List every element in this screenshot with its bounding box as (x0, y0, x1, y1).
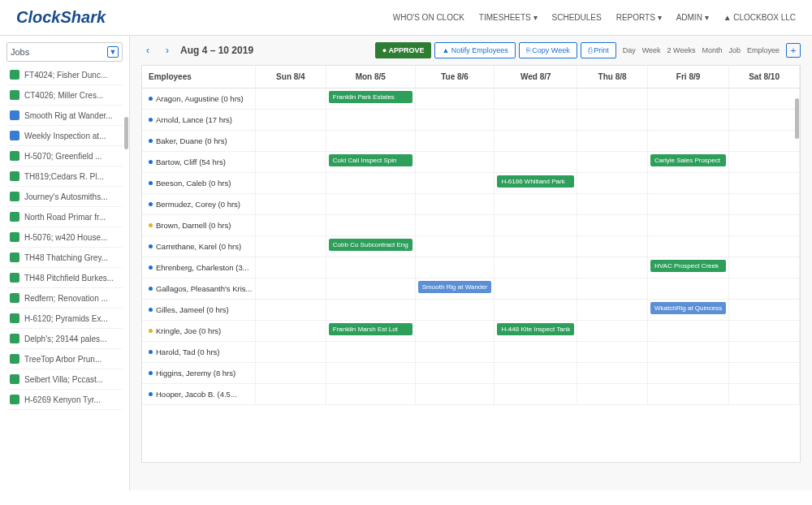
day-cell[interactable] (256, 88, 326, 110)
day-cell[interactable]: H-6186 Whitland Park (495, 173, 577, 194)
day-cell[interactable] (648, 342, 729, 363)
day-cell[interactable] (729, 173, 800, 194)
day-cell[interactable] (577, 236, 648, 257)
sidebar-item[interactable]: H-6269 Kenyon Tyr... (6, 390, 123, 410)
day-cell[interactable]: HVAC Prospect Creek (648, 257, 729, 278)
day-cell[interactable] (416, 88, 495, 110)
day-cell[interactable] (729, 88, 800, 110)
sidebar-item[interactable]: H-5076; w420 House... (6, 227, 123, 248)
day-cell[interactable] (256, 278, 326, 300)
day-cell[interactable] (495, 194, 577, 215)
employee-cell[interactable]: Gilles, Jameel (0 hrs) (142, 300, 256, 321)
day-cell[interactable] (729, 384, 800, 405)
day-cell[interactable] (577, 300, 648, 321)
day-cell[interactable] (256, 342, 326, 363)
day-cell[interactable] (495, 236, 577, 257)
employee-cell[interactable]: Kringle, Joe (0 hrs) (142, 321, 256, 342)
day-cell[interactable] (495, 215, 577, 236)
day-cell[interactable] (577, 257, 648, 278)
topnav-item[interactable]: ADMIN ▾ (676, 13, 709, 22)
employee-cell[interactable]: Brown, Darnell (0 hrs) (142, 215, 256, 236)
day-cell[interactable]: Cobb Co Subcontract Eng (326, 236, 416, 257)
view-link[interactable]: Week (642, 46, 661, 54)
day-cell[interactable] (577, 131, 648, 152)
next-week-button[interactable]: › (161, 43, 174, 58)
day-cell[interactable] (326, 215, 416, 236)
day-cell[interactable] (577, 384, 648, 405)
employee-cell[interactable]: Ehrenberg, Charleston (3... (142, 257, 256, 278)
employee-cell[interactable]: Higgins, Jeremy (8 hrs) (142, 363, 256, 384)
day-cell[interactable] (729, 300, 800, 321)
print-button[interactable]: ⎙ Print (581, 42, 616, 58)
sidebar-item[interactable]: TH48 Pitchfield Burkes... (6, 268, 123, 288)
day-cell[interactable] (495, 110, 577, 131)
view-link[interactable]: Employee (747, 46, 780, 54)
day-cell[interactable] (416, 173, 495, 194)
topnav-item[interactable]: ▲ CLOCKBOX LLC (723, 13, 796, 22)
day-cell[interactable] (577, 173, 648, 194)
day-cell[interactable]: Smooth Rig at Wander (416, 278, 495, 300)
day-cell[interactable] (326, 278, 416, 300)
day-cell[interactable]: Franklin Park Estates (326, 88, 416, 110)
day-cell[interactable] (577, 152, 648, 173)
employee-cell[interactable]: Arnold, Lance (17 hrs) (142, 110, 256, 131)
day-cell[interactable] (256, 131, 326, 152)
day-cell[interactable] (256, 215, 326, 236)
day-cell[interactable] (577, 321, 648, 342)
day-cell[interactable] (256, 321, 326, 342)
employee-cell[interactable]: Harold, Tad (0 hrs) (142, 342, 256, 363)
view-link[interactable]: 2 Weeks (667, 46, 696, 54)
filter-icon[interactable]: ▼ (107, 46, 119, 58)
sidebar-item[interactable]: FT4024; Fisher Dunc... (6, 65, 123, 85)
day-cell[interactable] (729, 131, 800, 152)
sidebar-item[interactable]: North Road Primar fr... (6, 207, 123, 227)
topnav-item[interactable]: REPORTS ▾ (616, 13, 662, 22)
day-cell[interactable] (648, 88, 729, 110)
sidebar-item[interactable]: Seibert Villa; Pccast... (6, 369, 123, 390)
day-cell[interactable] (326, 173, 416, 194)
day-cell[interactable] (256, 194, 326, 215)
day-cell[interactable] (416, 257, 495, 278)
day-cell[interactable] (648, 110, 729, 131)
day-cell[interactable] (416, 342, 495, 363)
day-cell[interactable] (326, 131, 416, 152)
day-cell[interactable] (577, 215, 648, 236)
day-cell[interactable] (256, 236, 326, 257)
schedule-event[interactable]: Franklin Park Estates (329, 91, 412, 103)
day-cell[interactable] (729, 236, 800, 257)
employee-cell[interactable]: Baker, Duane (0 hrs) (142, 131, 256, 152)
view-link[interactable]: Job (728, 46, 741, 54)
day-cell[interactable] (729, 257, 800, 278)
day-cell[interactable]: Cold Call Inspect Spin (326, 152, 416, 173)
day-cell[interactable] (416, 215, 495, 236)
schedule-event[interactable]: Smooth Rig at Wander (418, 281, 492, 293)
day-cell[interactable] (729, 342, 800, 363)
sidebar-item[interactable]: Delph's; 29144 pales... (6, 329, 123, 349)
employee-cell[interactable]: Aragon, Augustine (0 hrs) (142, 88, 256, 110)
day-cell[interactable] (326, 342, 416, 363)
sidebar-item[interactable]: Journey's Autosmiths... (6, 187, 123, 207)
day-cell[interactable] (495, 342, 577, 363)
day-cell[interactable] (648, 363, 729, 384)
topnav-item[interactable]: TIMESHEETS ▾ (479, 13, 538, 22)
day-cell[interactable] (648, 236, 729, 257)
day-cell[interactable] (729, 152, 800, 173)
day-cell[interactable] (495, 363, 577, 384)
day-cell[interactable] (577, 194, 648, 215)
sidebar-item[interactable]: Weekly Inspection at... (6, 126, 123, 146)
day-cell[interactable] (577, 88, 648, 110)
notify-employees-button[interactable]: ▲ Notify Employees (434, 42, 515, 58)
sidebar-item[interactable]: Redfern; Renovation ... (6, 288, 123, 309)
day-cell[interactable] (416, 300, 495, 321)
sidebar-item[interactable]: H-5070; Greenfield ... (6, 146, 123, 166)
add-button[interactable]: + (786, 43, 801, 58)
day-cell[interactable] (416, 131, 495, 152)
day-cell[interactable] (256, 173, 326, 194)
day-cell[interactable] (495, 384, 577, 405)
day-cell[interactable] (326, 384, 416, 405)
day-cell[interactable] (648, 173, 729, 194)
day-cell[interactable] (416, 321, 495, 342)
day-cell[interactable] (326, 257, 416, 278)
day-cell[interactable]: WkatchRig at Quincess (648, 300, 729, 321)
sidebar-item[interactable]: Smooth Rig at Wander... (6, 106, 123, 126)
